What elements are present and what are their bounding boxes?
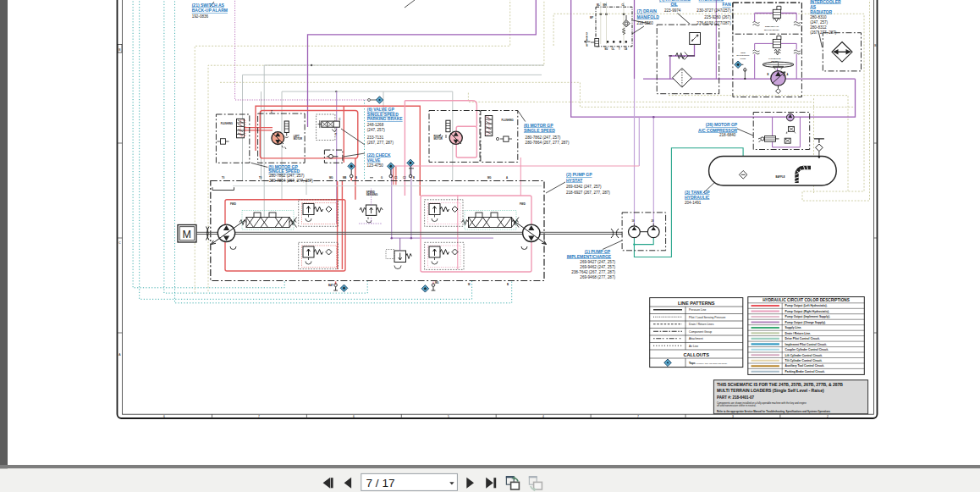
svg-text:(247, 257): (247, 257) [367,128,385,132]
svg-text:218-6927 (267, 277, 287): 218-6927 (267, 277, 287) [566,191,610,195]
svg-text:(247, 257): (247, 257) [810,20,828,25]
svg-text:MG: MG [487,176,492,180]
svg-text:Component Group: Component Group [689,330,712,334]
svg-text:Implement Pilot Control Circui: Implement Pilot Control Circuit. [785,343,828,346]
svg-text:G: G [381,176,383,180]
svg-text:PARKING BRAKE: PARKING BRAKE [367,116,404,121]
svg-text:218-5560: 218-5560 [637,21,654,25]
svg-text:R: R [586,36,588,39]
svg-text:6: 6 [163,415,165,418]
svg-text:Lift Cylinder Control Circuit.: Lift Cylinder Control Circuit. [785,354,823,357]
svg-text:3: 3 [732,415,734,418]
svg-text:B: B [413,176,415,180]
svg-text:(26) MOTOR GP: (26) MOTOR GP [706,122,738,127]
svg-text:Supply Line.: Supply Line. [785,326,802,329]
svg-text:THIS SCHEMATIC IS FOR THE 247B: THIS SCHEMATIC IS FOR THE 247B, 257B, 26… [717,382,843,387]
svg-text:T: T [335,133,337,136]
svg-text:D: D [586,32,588,36]
svg-text:Pump Output (Implement Supply): Pump Output (Implement Supply). [785,315,830,318]
svg-text:Air Line: Air Line [689,345,698,348]
svg-text:7: 7 [637,415,639,418]
svg-text:Tilt Cylinder Control Circuit.: Tilt Cylinder Control Circuit. [785,359,823,362]
svg-text:223-9974: 223-9974 [664,8,681,13]
svg-text:OL: OL [612,47,615,51]
svg-text:280-7862 (247, 257): 280-7862 (247, 257) [526,135,561,140]
svg-text:(2) PUMP GP: (2) PUMP GP [566,172,592,177]
svg-text:BAFFLE: BAFFLE [776,175,785,179]
svg-text:280-7864 (267, 277, 287): 280-7864 (267, 277, 287) [526,141,570,145]
svg-text:OIL: OIL [671,2,678,7]
svg-text:B: B [355,176,357,180]
svg-text:A: A [506,176,508,180]
svg-text:Coupler Cylinder Control Circu: Coupler Cylinder Control Circuit. [785,348,829,351]
svg-text:280-8312: 280-8312 [810,25,827,30]
svg-text:T0: T0 [259,176,262,180]
svg-text:PART #: 218-6401-07: PART #: 218-6401-07 [717,395,754,400]
svg-text:Pump Output (Left Hydrostatic): Pump Output (Left Hydrostatic). [785,304,828,307]
svg-text:(7) DRAIN: (7) DRAIN [637,8,658,14]
svg-text:MOTOR: MOTOR [434,137,443,141]
svg-text:Drain / Return Line.: Drain / Return Line. [785,332,811,335]
svg-text:HYDRAULIC: HYDRAULIC [685,195,710,200]
svg-text:LINE PATTERNS: LINE PATTERNS [678,301,715,306]
svg-text:VALVE: VALVE [367,158,382,163]
svg-text:off and transmission shifter i: off and transmission shifter in neutral. [717,404,757,407]
svg-text:MP: MP [590,16,593,19]
svg-text:238-7642 (267, 277, 287): 238-7642 (267, 277, 287) [571,270,615,274]
svg-text:SINGLE SPEED: SINGLE SPEED [524,128,555,133]
svg-text:(4) HYDRAULIC: (4) HYDRAULIC [659,0,691,2]
svg-text:FWD: FWD [520,202,526,206]
svg-text:269-9468 (277, 287): 269-9468 (277, 287) [580,275,615,279]
svg-text:Pump Output (Right Hydrostatic: Pump Output (Right Hydrostatic). [785,310,829,313]
svg-text:Parking Brake Control Circuit.: Parking Brake Control Circuit. [785,370,825,373]
svg-text:MOTOR: MOTOR [294,137,302,141]
svg-text:Drain / Return Lines: Drain / Return Lines [689,323,714,326]
svg-text:(22) CHECK: (22) CHECK [367,152,391,158]
svg-text:269-9462 (247, 257): 269-9462 (247, 257) [580,265,615,269]
svg-text:A: A [586,38,588,41]
svg-text:(267, 277, 287): (267, 277, 287) [810,30,837,35]
svg-text:M2: M2 [605,47,608,51]
svg-text:SENSING: SENSING [366,193,378,196]
svg-text:ML: ML [597,3,600,7]
svg-text:276-6193 (277/287): 276-6193 (277/287) [696,21,731,25]
svg-text:5: 5 [448,415,449,418]
svg-text:N: N [586,44,588,47]
svg-text:T0: T0 [222,176,225,180]
svg-text:Auxiliary Tool Control Circuit: Auxiliary Tool Control Circuit. [785,364,825,368]
svg-text:FLUSHING: FLUSHING [502,119,514,122]
svg-text:BACK-UP ALARM: BACK-UP ALARM [192,8,228,13]
svg-text:CL: CL [622,3,625,7]
svg-text:MG: MG [435,281,439,285]
svg-text:FAN MOTOR: FAN MOTOR [768,58,781,60]
svg-text:Pump Output (Charge Supply).: Pump Output (Charge Supply). [785,321,826,324]
svg-text:7: 7 [258,415,260,418]
svg-text:218-6840: 218-6840 [719,133,736,137]
svg-text:HYDRAULIC: HYDRAULIC [699,0,724,2]
svg-text:Pressure Line: Pressure Line [689,308,707,312]
svg-text:FAN: FAN [723,2,731,7]
svg-text:225-9260 (267): 225-9260 (267) [704,15,731,19]
svg-text:7 / 17: 7 / 17 [366,477,395,489]
svg-text:A: A [787,73,789,76]
svg-text:2: 2 [827,415,829,418]
svg-text:MB: MB [343,176,346,180]
svg-text:192-0836: 192-0836 [192,14,209,19]
svg-text:C1: C1 [394,176,398,180]
svg-text:A/C COMPRESSOR: A/C COMPRESSOR [698,128,738,133]
svg-text:Drive Pilot Control Circuit.: Drive Pilot Control Circuit. [785,337,820,340]
svg-text:Pilot / Load Sensing Pressure: Pilot / Load Sensing Pressure [689,316,726,319]
svg-text:B: B [768,73,769,76]
svg-text:MG: MG [329,176,333,180]
svg-text:CALLOUTS: CALLOUTS [683,352,709,357]
svg-text:FLUSHING: FLUSHING [221,122,233,125]
svg-text:Z: Z [271,110,273,113]
svg-text:RADIATOR: RADIATOR [810,9,832,14]
svg-text:FWD: FWD [230,202,237,206]
svg-text:MH: MH [603,3,607,7]
svg-text:HYDRAULIC CIRCUIT COLOR DESCRI: HYDRAULIC CIRCUIT COLOR DESCRIPTIONS [763,298,850,302]
svg-text:280-7862 (247, 257): 280-7862 (247, 257) [269,174,305,178]
svg-text:IMPLEMENT/CHARGE: IMPLEMENT/CHARGE [567,254,612,259]
svg-text:BAT: BAT [328,284,333,287]
svg-text:(21) SWITCH AS: (21) SWITCH AS [192,3,225,8]
